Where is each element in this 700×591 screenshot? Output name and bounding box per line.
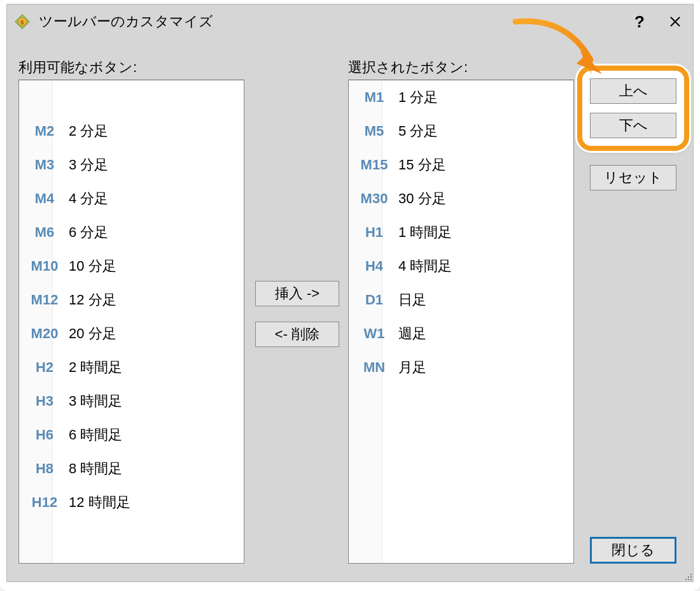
timeframe-desc: 1 時間足 xyxy=(393,223,452,242)
timeframe-desc: 日足 xyxy=(393,290,426,310)
timeframe-desc: 3 分足 xyxy=(64,155,108,174)
timeframe-code: H12 xyxy=(25,494,64,511)
timeframe-code: M3 xyxy=(25,157,64,173)
list-item[interactable]: M1010 分足 xyxy=(19,249,244,283)
list-item[interactable] xyxy=(19,80,244,114)
timeframe-code: M5 xyxy=(355,123,393,139)
timeframe-code: M15 xyxy=(355,157,393,173)
available-listbox[interactable]: M22 分足M33 分足M44 分足M66 分足M1010 分足M1212 分足… xyxy=(18,80,244,564)
list-item[interactable]: M11 分足 xyxy=(349,80,573,114)
close-button[interactable]: 閉じる xyxy=(590,537,676,564)
timeframe-desc: 4 分足 xyxy=(64,189,108,208)
timeframe-code: MN xyxy=(355,359,393,376)
timeframe-desc: 6 分足 xyxy=(64,223,108,242)
timeframe-code: H3 xyxy=(25,393,64,409)
timeframe-code: H4 xyxy=(355,258,393,274)
timeframe-code: M1 xyxy=(355,89,393,106)
list-item[interactable]: M3030 分足 xyxy=(349,182,573,215)
dialog-window: 5 ツールバーのカスタマイズ ? 利用可能なボタン: 選択されたボタン: M22… xyxy=(6,4,694,582)
list-item[interactable]: M44 分足 xyxy=(19,182,244,215)
timeframe-code: W1 xyxy=(355,325,393,342)
list-item[interactable]: H11 時間足 xyxy=(349,215,573,249)
timeframe-code: M10 xyxy=(25,258,64,274)
list-item[interactable]: D1日足 xyxy=(349,283,573,317)
svg-text:5: 5 xyxy=(21,19,24,25)
list-item[interactable]: M22 分足 xyxy=(19,114,244,148)
timeframe-code: M2 xyxy=(25,123,64,139)
list-item[interactable]: W1週足 xyxy=(349,317,573,350)
selected-label: 選択されたボタン: xyxy=(348,58,468,77)
list-item[interactable]: H22 時間足 xyxy=(19,350,244,384)
timeframe-code: H2 xyxy=(25,359,64,376)
timeframe-desc: 1 分足 xyxy=(393,88,438,107)
highlight-frame: 上へ 下へ xyxy=(577,66,689,151)
list-item[interactable]: M1212 分足 xyxy=(19,283,244,317)
timeframe-code: H1 xyxy=(355,224,393,241)
timeframe-desc: 2 時間足 xyxy=(64,358,122,377)
list-item[interactable]: M33 分足 xyxy=(19,148,244,182)
move-up-button[interactable]: 上へ xyxy=(590,78,676,104)
list-item[interactable]: M1515 分足 xyxy=(349,148,573,182)
timeframe-code: H6 xyxy=(25,427,64,443)
available-label: 利用可能なボタン: xyxy=(18,58,137,77)
timeframe-code: M12 xyxy=(25,292,64,308)
insert-button[interactable]: 挿入 -> xyxy=(255,281,339,306)
timeframe-desc: 12 時間足 xyxy=(64,493,130,512)
timeframe-desc: 12 分足 xyxy=(64,290,116,310)
timeframe-code: D1 xyxy=(355,292,393,308)
timeframe-code: H8 xyxy=(25,460,64,477)
remove-button[interactable]: <- 削除 xyxy=(255,322,339,347)
close-window-button[interactable] xyxy=(657,4,693,39)
timeframe-desc: 10 分足 xyxy=(64,257,116,276)
timeframe-code: M4 xyxy=(25,190,64,207)
list-item[interactable]: H88 時間足 xyxy=(19,452,244,485)
timeframe-desc: 月足 xyxy=(393,358,426,377)
timeframe-desc: 30 分足 xyxy=(393,189,446,208)
timeframe-code: M30 xyxy=(355,190,393,207)
timeframe-code: M6 xyxy=(25,224,64,241)
timeframe-desc: 2 分足 xyxy=(64,122,108,141)
app-icon: 5 xyxy=(13,13,31,31)
help-button[interactable]: ? xyxy=(622,4,657,39)
timeframe-desc: 20 分足 xyxy=(64,324,116,343)
window-title: ツールバーのカスタマイズ xyxy=(39,12,213,31)
list-item[interactable]: MN月足 xyxy=(349,350,573,384)
resize-grip-icon[interactable] xyxy=(682,570,692,580)
list-item[interactable]: H44 時間足 xyxy=(349,249,573,283)
timeframe-desc: 6 時間足 xyxy=(64,425,122,445)
timeframe-desc: 4 時間足 xyxy=(393,257,452,276)
timeframe-code: M20 xyxy=(25,325,64,342)
titlebar: 5 ツールバーのカスタマイズ ? xyxy=(7,4,693,39)
list-item[interactable]: M66 分足 xyxy=(19,215,244,249)
list-item[interactable]: M2020 分足 xyxy=(19,317,244,350)
timeframe-desc: 15 分足 xyxy=(393,155,446,174)
timeframe-desc: 5 分足 xyxy=(393,122,438,141)
reset-button[interactable]: リセット xyxy=(590,165,676,190)
selected-listbox[interactable]: M11 分足M55 分足M1515 分足M3030 分足H11 時間足H44 時… xyxy=(348,80,574,564)
list-item[interactable]: H66 時間足 xyxy=(19,418,244,452)
list-item[interactable]: H1212 時間足 xyxy=(19,485,244,519)
move-down-button[interactable]: 下へ xyxy=(590,113,676,138)
timeframe-desc: 週足 xyxy=(393,324,426,343)
timeframe-desc: 3 時間足 xyxy=(64,392,122,411)
list-item[interactable]: M55 分足 xyxy=(349,114,573,148)
timeframe-desc: 8 時間足 xyxy=(64,459,122,478)
list-item[interactable]: H33 時間足 xyxy=(19,384,244,418)
